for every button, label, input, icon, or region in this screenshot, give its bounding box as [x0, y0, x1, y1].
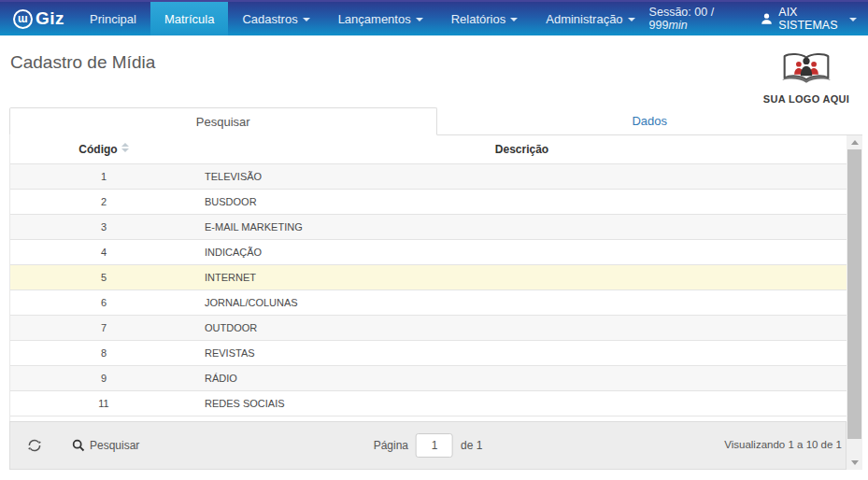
column-header-descricao[interactable]: Descrição: [197, 135, 847, 163]
results-table: Código Descrição 1TELEVISÃO2BUSDOOR3E-MA…: [10, 135, 847, 416]
row-code-cell: 1: [10, 163, 197, 189]
book-people-icon: [779, 50, 833, 88]
menu-item-cadastros[interactable]: Cadastros: [228, 2, 323, 35]
chevron-down-icon: [849, 18, 857, 21]
table-row[interactable]: 7OUTDOOR: [10, 315, 847, 340]
table-row[interactable]: 3E-MAIL MARKETING: [10, 214, 847, 239]
row-desc-cell: BUSDOOR: [197, 189, 847, 214]
status-text: Visualizando 1 a 10 de 1: [724, 439, 842, 450]
row-desc-cell: OUTDOOR: [197, 315, 847, 340]
media-registry-panel: Pesquisar Dados Código Descrição 1TELEVI…: [9, 107, 862, 470]
row-code-cell: 3: [10, 214, 197, 239]
scrollbar-up-arrow[interactable]: [847, 135, 862, 149]
row-desc-cell: INTERNET: [197, 264, 847, 289]
tab-pesquisar[interactable]: Pesquisar: [9, 107, 437, 135]
logo-text: Giz: [36, 8, 64, 29]
session-unit: min: [668, 19, 687, 32]
row-desc-cell: E-MAIL MARKETING: [197, 214, 847, 239]
scrollbar-down-arrow[interactable]: [847, 456, 862, 470]
menu-label: Cadastros: [242, 12, 297, 26]
row-desc-cell: REDES SOCIAIS: [197, 390, 847, 416]
menu-label: Relatórios: [451, 12, 506, 26]
menu-item-relatorios[interactable]: Relatórios: [437, 2, 533, 35]
menu-label: Principal: [90, 12, 136, 26]
client-logo-placeholder: SUA LOGO AQUI: [755, 50, 858, 105]
menu-label: Administração: [546, 12, 622, 26]
tab-label: Dados: [632, 114, 667, 128]
session-timer: Sessão: 00 / 999min: [649, 6, 741, 32]
chevron-down-icon: [416, 18, 423, 21]
row-code-cell: 9: [10, 365, 197, 390]
table-row[interactable]: 4INDICAÇÃO: [10, 239, 847, 264]
table-row[interactable]: 6JORNAL/COLUNAS: [10, 289, 847, 315]
column-header-codigo[interactable]: Código: [10, 135, 197, 163]
refresh-button[interactable]: [27, 438, 42, 453]
logo-w-icon: ɯ: [13, 9, 33, 29]
chevron-down-icon: [303, 18, 310, 21]
vertical-scrollbar[interactable]: [847, 135, 862, 470]
row-desc-cell: INDICAÇÃO: [197, 239, 847, 264]
row-code-cell: 4: [10, 239, 197, 264]
menu-label: Lançamentos: [338, 12, 411, 26]
app-logo[interactable]: ɯGiz: [0, 2, 76, 35]
table-row[interactable]: 11REDES SOCIAIS: [10, 390, 847, 416]
chevron-down-icon: [628, 18, 635, 21]
chevron-down-icon: [510, 18, 518, 21]
table-row[interactable]: 8REVISTAS: [10, 340, 847, 365]
menu-item-principal[interactable]: Principal: [76, 2, 150, 35]
user-name: AIX SISTEMAS: [778, 6, 844, 32]
logo-placeholder-label: SUA LOGO AQUI: [755, 93, 858, 105]
row-desc-cell: REVISTAS: [197, 340, 847, 365]
menu-label: Matrícula: [164, 12, 214, 26]
tab-bar: Pesquisar Dados: [9, 107, 862, 135]
pagination: Página de 1: [374, 433, 483, 458]
table-header-row: Código Descrição: [10, 135, 847, 163]
scrollbar-thumb[interactable]: [847, 149, 861, 439]
tab-label: Pesquisar: [196, 115, 250, 129]
row-code-cell: 7: [10, 315, 197, 340]
table-row[interactable]: 9RÁDIO: [10, 365, 847, 390]
menu-item-matricula[interactable]: Matrícula: [150, 2, 228, 35]
refresh-icon: [27, 438, 42, 453]
row-code-cell: 6: [10, 289, 197, 315]
menu-item-administracao[interactable]: Administração: [532, 2, 648, 35]
page-number-input[interactable]: [416, 433, 453, 458]
search-icon: [72, 439, 85, 452]
table-row[interactable]: 2BUSDOOR: [10, 189, 847, 214]
search-button-label: Pesquisar: [90, 439, 139, 452]
row-desc-cell: RÁDIO: [197, 365, 847, 390]
sort-icon[interactable]: [121, 143, 129, 152]
row-code-cell: 8: [10, 340, 197, 365]
main-menu: Principal Matrícula Cadastros Lançamento…: [76, 2, 649, 35]
row-desc-cell: JORNAL/COLUNAS: [197, 289, 847, 315]
row-code-cell: 2: [10, 189, 197, 214]
menu-item-lancamentos[interactable]: Lançamentos: [324, 2, 437, 35]
page-total-label: de 1: [461, 439, 482, 452]
row-desc-cell: TELEVISÃO: [197, 163, 847, 189]
search-button[interactable]: Pesquisar: [72, 439, 139, 452]
table-row[interactable]: 5INTERNET: [10, 264, 847, 289]
results-table-wrap: Código Descrição 1TELEVISÃO2BUSDOOR3E-MA…: [9, 135, 847, 421]
row-code-cell: 5: [10, 264, 197, 289]
page-title: Cadastro de Mídia: [10, 52, 155, 73]
top-navbar: ɯGiz Principal Matrícula Cadastros Lança…: [0, 0, 868, 35]
row-code-cell: 11: [10, 390, 197, 416]
page-label: Página: [374, 439, 408, 452]
tab-dados[interactable]: Dados: [437, 107, 863, 134]
user-menu[interactable]: AIX SISTEMAS: [761, 6, 857, 32]
table-row[interactable]: 1TELEVISÃO: [10, 163, 847, 189]
panel-footer: Pesquisar Página de 1 Visualizando 1 a 1…: [9, 421, 847, 470]
user-icon: [761, 12, 773, 25]
